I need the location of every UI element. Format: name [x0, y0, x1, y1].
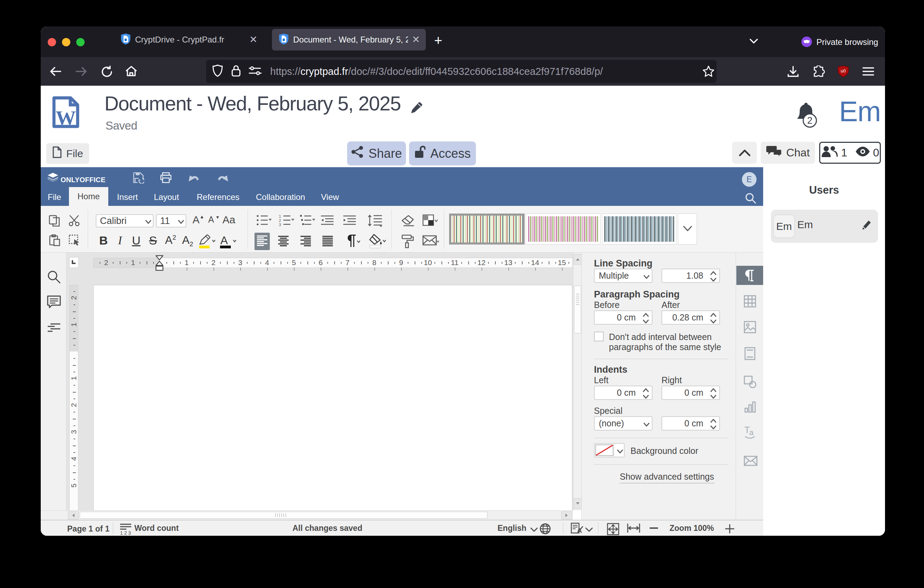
svg-text:u0: u0: [841, 68, 846, 74]
svg-text:1 2 3: 1 2 3: [120, 530, 131, 535]
svg-text:2: 2: [807, 115, 812, 126]
svg-text:1: 1: [279, 214, 281, 218]
svg-text:A: A: [193, 214, 200, 225]
svg-text:A: A: [220, 235, 228, 247]
svg-text:Aa: Aa: [223, 214, 235, 225]
svg-text:A: A: [208, 215, 214, 224]
svg-text:a: a: [749, 428, 754, 437]
svg-text:3: 3: [279, 223, 281, 226]
svg-text:W: W: [56, 107, 76, 128]
svg-text:2: 2: [279, 218, 281, 223]
